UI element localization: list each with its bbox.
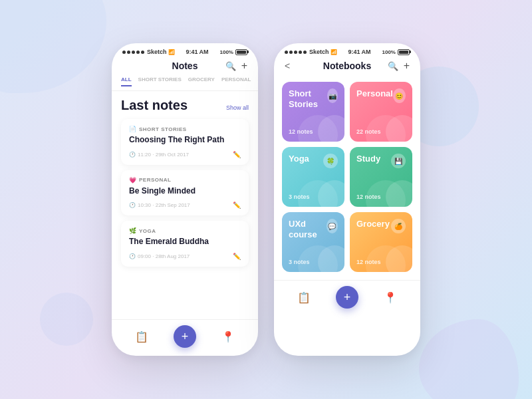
notebook-badge-personal: 😊: [393, 88, 406, 103]
note-category-2: 💗 PERSONAL: [129, 177, 241, 184]
signal-dot: [132, 51, 135, 54]
battery-icon-1: [235, 49, 247, 55]
note-card-1[interactable]: 📄 SHORT STORIES Choosing The Right Path …: [121, 119, 249, 165]
note-title-2: Be Single Minded: [129, 186, 241, 197]
tab-personal[interactable]: PERSONAL: [221, 76, 251, 86]
tab-grocery[interactable]: GROCERY: [188, 76, 215, 86]
bottom-nav-2: 📋 + 📍: [274, 280, 420, 317]
wifi-icon-2: 📶: [331, 49, 337, 55]
status-time-1: 9:41 AM: [186, 49, 208, 55]
clock-icon-3: 🕐: [129, 253, 136, 259]
notes-title: Notes: [172, 61, 198, 71]
notebook-title-uxd: UXd course: [289, 219, 327, 239]
tab-all[interactable]: ALL: [121, 76, 132, 86]
nav-add-label-2: +: [344, 291, 351, 305]
nav-location-icon-1[interactable]: 📍: [221, 331, 235, 343]
notebook-header-personal: Personal 😊: [356, 88, 406, 103]
notebook-yoga[interactable]: Yoga 🍀 3 notes: [282, 147, 344, 207]
notebook-title-short: Short Stories: [289, 88, 327, 109]
notebook-header-yoga: Yoga 🍀: [289, 154, 338, 168]
notebook-grocery[interactable]: Grocery 🍊 12 notes: [350, 212, 412, 272]
notebook-badge-grocery: 🍊: [391, 219, 406, 233]
battery-percent-1: 100%: [220, 49, 233, 55]
status-right-2: 100%: [382, 49, 410, 55]
notebook-title-grocery: Grocery: [356, 219, 390, 229]
battery-fill-2: [399, 51, 408, 54]
status-bar-2: Sketch 📶 9:41 AM 100%: [274, 43, 420, 58]
notebook-header-grocery: Grocery 🍊: [356, 219, 406, 233]
bg-decoration-4: [40, 293, 93, 346]
signal-dot: [294, 51, 297, 54]
note-cat-icon-1: 📄: [129, 126, 136, 132]
add-icon-1[interactable]: +: [241, 60, 247, 72]
tab-short-stories[interactable]: SHORT STORIES: [138, 76, 182, 86]
signal-dot: [285, 51, 288, 54]
note-cat-icon-3: 🌿: [129, 227, 136, 234]
status-right-1: 100%: [220, 49, 247, 55]
note-timestamp-1: 11:20 · 29th Oct 2017: [138, 152, 189, 158]
nav-add-button-2[interactable]: +: [336, 286, 358, 309]
notebook-study[interactable]: Study 💾 12 notes: [350, 147, 412, 207]
clock-icon-2: 🕐: [129, 202, 136, 208]
signal-dot: [141, 51, 144, 54]
note-cat-label-2: PERSONAL: [139, 177, 171, 183]
note-footer-2: 🕐 10:30 · 22th Sep 2017 ✏️: [129, 201, 241, 209]
notebook-badge-short: 📷: [327, 88, 338, 103]
notes-content: Last notes Show all 📄 SHORT STORIES Choo…: [112, 91, 258, 319]
battery-icon-2: [398, 49, 410, 55]
note-edit-icon-1[interactable]: ✏️: [233, 151, 241, 158]
header-notebooks: < Notebooks 🔍 +: [274, 58, 420, 76]
add-icon-2[interactable]: +: [404, 60, 410, 72]
note-time-2: 🕐 10:30 · 22th Sep 2017: [129, 202, 190, 208]
notebook-title-personal: Personal: [356, 88, 393, 99]
battery-fill-1: [237, 51, 246, 54]
note-cat-icon-2: 💗: [129, 177, 136, 184]
notebook-short-stories[interactable]: Short Stories 📷 12 notes: [282, 82, 344, 142]
note-cat-label-3: YOGA: [139, 228, 156, 234]
signal-dots-1: [122, 51, 144, 54]
clock-icon-1: 🕐: [129, 152, 136, 158]
back-button[interactable]: <: [285, 61, 290, 71]
notebook-uxd[interactable]: UXd course 💬 3 notes: [282, 212, 344, 272]
notebooks-title: Notebooks: [323, 61, 371, 71]
notebook-header-study: Study 💾: [356, 154, 406, 168]
search-icon-1[interactable]: 🔍: [225, 61, 236, 71]
note-footer-3: 🕐 09:00 · 28th Aug 2017 ✏️: [129, 253, 241, 260]
notebook-badge-uxd: 💬: [327, 219, 338, 233]
tab-st[interactable]: ST: [257, 76, 258, 86]
header-actions-2: 🔍 +: [388, 60, 410, 72]
bg-decoration-2: [419, 319, 519, 399]
header-notes: Notes 🔍 +: [112, 58, 258, 76]
note-card-3[interactable]: 🌿 YOGA The Emerald Buddha 🕐 09:00 · 28th…: [121, 221, 249, 267]
notebook-header-short: Short Stories 📷: [289, 88, 338, 109]
status-time-2: 9:41 AM: [348, 49, 370, 55]
bottom-nav-1: 📋 + 📍: [112, 319, 258, 356]
nav-notes-icon-2[interactable]: 📋: [297, 291, 311, 304]
nav-location-icon-2[interactable]: 📍: [384, 291, 397, 304]
bg-decoration-1: [0, 0, 106, 93]
note-title-1: Choosing The Right Path: [129, 135, 241, 146]
notebook-badge-study: 💾: [391, 154, 406, 168]
wifi-icon-1: 📶: [168, 49, 175, 55]
note-category-1: 📄 SHORT STORIES: [129, 126, 241, 132]
nav-add-button-1[interactable]: +: [174, 325, 196, 348]
notes-tab-bar: ALL SHORT STORIES GROCERY PERSONAL ST: [112, 76, 258, 91]
note-edit-icon-3[interactable]: ✏️: [233, 253, 241, 260]
notebook-title-yoga: Yoga: [289, 154, 309, 164]
note-timestamp-3: 09:00 · 28th Aug 2017: [138, 253, 190, 259]
note-time-3: 🕐 09:00 · 28th Aug 2017: [129, 253, 190, 259]
note-cat-label-1: SHORT STORIES: [139, 126, 187, 132]
note-edit-icon-2[interactable]: ✏️: [233, 201, 241, 209]
notebook-header-uxd: UXd course 💬: [289, 219, 338, 239]
battery-percent-2: 100%: [382, 49, 396, 55]
signal-dot: [136, 51, 140, 54]
phone-notebooks: Sketch 📶 9:41 AM 100% < Notebooks 🔍 + Sh…: [274, 43, 420, 356]
nav-notes-icon-1[interactable]: 📋: [135, 331, 148, 343]
note-card-2[interactable]: 💗 PERSONAL Be Single Minded 🕐 10:30 · 22…: [121, 170, 249, 216]
notebook-title-study: Study: [356, 154, 380, 164]
note-title-3: The Emerald Buddha: [129, 237, 241, 247]
signal-dot: [303, 51, 307, 54]
search-icon-2[interactable]: 🔍: [388, 61, 398, 71]
notebook-personal[interactable]: Personal 😊 22 notes: [350, 82, 412, 142]
show-all-link[interactable]: Show all: [226, 104, 249, 111]
